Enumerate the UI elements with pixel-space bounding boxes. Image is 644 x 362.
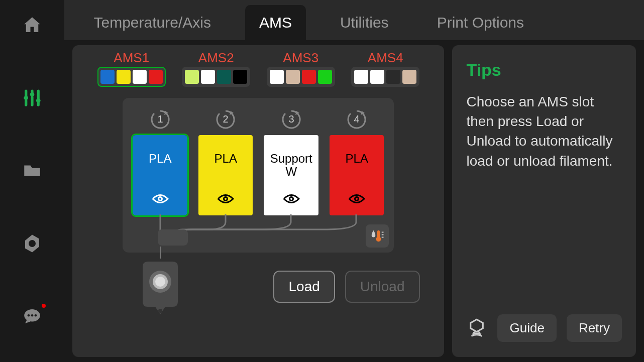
color-swatch (386, 70, 400, 84)
ams-slot-row: 1PLA2PLA3SupportW4PLA (133, 108, 384, 215)
color-swatch (354, 70, 368, 84)
nut-icon (22, 233, 43, 254)
tips-body: Choose an AMS slot then press Load or Un… (466, 92, 622, 171)
sidebar-item-settings[interactable] (20, 85, 45, 110)
color-swatch (217, 70, 231, 84)
tab-ams[interactable]: AMS (245, 5, 306, 40)
ams-hub (158, 229, 188, 246)
ams-unit-selector: AMS1AMS2AMS3AMS4 (82, 50, 434, 92)
svg-text:1: 1 (157, 113, 163, 125)
svg-point-24 (155, 277, 165, 287)
color-swatch (117, 70, 131, 84)
color-swatch (185, 70, 199, 84)
filament-connectors (133, 214, 384, 245)
slot-material-label: SupportW (270, 152, 312, 179)
svg-point-3 (29, 240, 36, 247)
ams-unit-swatches (267, 67, 335, 87)
unload-button[interactable]: Unload (345, 271, 420, 303)
ams-unit-1[interactable]: AMS1 (92, 50, 170, 87)
svg-text:4: 4 (354, 113, 360, 125)
eye-icon (152, 193, 169, 207)
ams-slot-3[interactable]: 3SupportW (264, 108, 318, 215)
svg-point-5 (28, 314, 30, 317)
ams-unit-label: AMS4 (368, 50, 403, 66)
slot-refresh-icon: 2 (214, 108, 237, 131)
sidebar (0, 0, 64, 362)
sidebar-item-files[interactable] (20, 158, 45, 183)
svg-text:2: 2 (223, 113, 229, 125)
eye-icon (348, 193, 365, 207)
ams-unit-swatches (97, 67, 166, 87)
tips-title: Tips (466, 60, 622, 80)
folder-icon (22, 160, 43, 181)
color-swatch (318, 70, 332, 84)
notification-badge (42, 304, 46, 308)
color-swatch (270, 70, 284, 84)
ams-unit-label: AMS1 (114, 50, 149, 66)
tips-panel: Tips Choose an AMS slot then press Load … (452, 45, 636, 357)
retry-button[interactable]: Retry (567, 314, 622, 342)
slot-refresh-icon: 3 (280, 108, 303, 131)
rfid-icon (466, 317, 487, 338)
svg-point-0 (24, 96, 29, 100)
slot-refresh-icon: 4 (345, 108, 368, 131)
ams-unit-label: AMS3 (283, 50, 318, 66)
ams-unit-label: AMS2 (198, 50, 234, 66)
sidebar-item-chat[interactable] (20, 304, 45, 329)
main: Temperature/Axis AMS Utilities Print Opt… (64, 0, 644, 362)
svg-point-16 (290, 198, 292, 200)
load-button[interactable]: Load (273, 271, 335, 303)
tab-bar: Temperature/Axis AMS Utilities Print Opt… (64, 0, 644, 40)
svg-point-1 (30, 92, 35, 97)
color-swatch (100, 70, 115, 84)
color-swatch (149, 70, 163, 84)
svg-point-19 (356, 198, 358, 200)
ams-slot-4[interactable]: 4PLA (330, 108, 384, 215)
svg-point-25 (158, 309, 162, 313)
ams-slot-2[interactable]: 2PLA (198, 108, 253, 215)
ams-unit-3[interactable]: AMS3 (262, 50, 340, 87)
svg-point-6 (31, 314, 34, 317)
color-swatch (201, 70, 215, 84)
eye-icon (217, 193, 234, 207)
tab-temperature-axis[interactable]: Temperature/Axis (79, 5, 225, 40)
guide-button[interactable]: Guide (497, 314, 556, 342)
rfid-button[interactable] (466, 317, 487, 340)
slot-material-label: PLA (346, 152, 368, 165)
tab-utilities[interactable]: Utilities (326, 5, 403, 40)
slot-material-label: PLA (214, 152, 237, 165)
extruder-icon (138, 257, 183, 317)
slot-card[interactable]: PLA (330, 135, 384, 215)
footer-actions: Guide Retry (466, 307, 622, 342)
color-swatch (233, 70, 247, 84)
svg-point-10 (159, 198, 161, 200)
humidity-temp-button[interactable] (366, 224, 389, 248)
color-swatch (402, 70, 416, 84)
ams-bottom-row: Load Unload (82, 257, 434, 317)
ams-slot-1[interactable]: 1PLA (133, 108, 187, 215)
tab-print-options[interactable]: Print Options (423, 5, 538, 40)
slot-refresh-icon: 1 (149, 108, 172, 131)
eye-icon (283, 193, 300, 207)
ams-unit-swatches (351, 67, 419, 87)
color-swatch (133, 70, 147, 84)
slot-card[interactable]: PLA (198, 135, 253, 215)
home-icon (22, 15, 43, 36)
slot-card[interactable]: SupportW (264, 135, 318, 215)
svg-point-7 (35, 314, 37, 317)
svg-point-21 (376, 236, 381, 242)
svg-point-2 (36, 98, 41, 103)
ams-unit-swatches (182, 67, 250, 87)
chat-icon (22, 306, 43, 327)
ams-unit-2[interactable]: AMS2 (177, 50, 255, 87)
slot-card[interactable]: PLA (133, 135, 187, 215)
color-swatch (370, 70, 384, 84)
ams-unit-4[interactable]: AMS4 (347, 50, 424, 87)
color-swatch (286, 70, 300, 84)
content: AMS1AMS2AMS3AMS4 1PLA2PLA3SupportW4PLA (64, 40, 644, 362)
svg-text:3: 3 (288, 113, 294, 125)
slot-material-label: PLA (149, 152, 171, 165)
sidebar-item-home[interactable] (20, 13, 45, 38)
sliders-icon (22, 87, 43, 108)
sidebar-item-maintenance[interactable] (20, 231, 45, 256)
